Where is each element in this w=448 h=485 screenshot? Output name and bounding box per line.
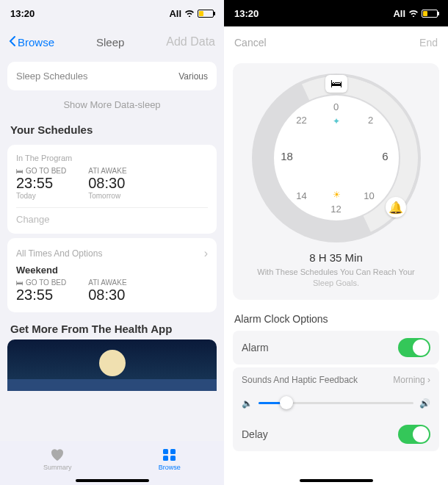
bell-icon: 🔔 xyxy=(389,201,403,215)
alarm-row: Alarm xyxy=(233,331,439,364)
sounds-row[interactable]: Sounds And Haptic Feedback Morning › xyxy=(233,367,439,392)
status-time: 13:20 xyxy=(10,8,35,19)
duration-subtitle: With These Schedules You Can Reach Your … xyxy=(243,267,429,290)
add-data-button[interactable]: Add Data xyxy=(166,35,215,48)
home-indicator[interactable] xyxy=(300,479,373,482)
tab-summary[interactable]: Summary xyxy=(43,448,72,471)
end-button[interactable]: End xyxy=(419,37,438,48)
sleep-clock-ring[interactable]: 0 2 6 10 12 14 18 22 ✦ ☀ 🛏 🔔 xyxy=(252,73,421,242)
moon-icon xyxy=(99,350,126,376)
svg-rect-1 xyxy=(170,449,176,454)
bed-icon: 🛏 xyxy=(16,279,24,287)
speaker-low-icon: 🔈 xyxy=(242,398,253,409)
nav-title: Sleep xyxy=(96,36,124,48)
change-button[interactable]: Change xyxy=(16,207,208,225)
weekend-schedule-card[interactable]: All Times And Options › Weekend 🛏GO TO B… xyxy=(7,238,217,312)
delay-row: Delay xyxy=(233,417,439,451)
volume-slider[interactable] xyxy=(259,402,413,404)
tab-browse[interactable]: Browse xyxy=(159,448,181,471)
clock-card: 0 2 6 10 12 14 18 22 ✦ ☀ 🛏 🔔 8 H 35 Min … xyxy=(233,63,439,300)
alarm-options-title: Alarm Clock Options xyxy=(224,306,448,328)
svg-rect-0 xyxy=(163,449,168,454)
bed-icon: 🛏 xyxy=(330,77,342,90)
grid-icon xyxy=(162,448,178,462)
status-icons: All xyxy=(169,8,214,19)
delay-label: Delay xyxy=(242,428,268,440)
sheet-header: Cancel End xyxy=(224,28,448,57)
back-button[interactable]: Browse xyxy=(9,35,54,49)
all-times-label: All Times And Options xyxy=(16,248,102,259)
alarm-label: Alarm xyxy=(242,342,269,353)
volume-row: 🔈 🔊 xyxy=(233,392,439,417)
night-icon: ✦ xyxy=(333,116,340,126)
sleep-schedules-label: Sleep Schedules xyxy=(16,71,88,82)
program-wake-day: Tomorrow xyxy=(88,192,126,200)
duration-label: 8 H 35 Min xyxy=(243,251,429,264)
program-bed-time: 23:55 xyxy=(16,175,66,192)
wifi-icon xyxy=(408,8,419,19)
chevron-right-icon: › xyxy=(427,375,430,385)
program-schedule-card: In The Program 🛏GO TO BED 23:55 Today AT… xyxy=(7,145,217,234)
carrier-label: All xyxy=(169,8,181,19)
weekend-bed-time: 23:55 xyxy=(16,287,66,303)
program-label: In The Program xyxy=(16,154,208,162)
weekend-wake-time: 08:30 xyxy=(88,287,126,303)
cancel-button[interactable]: Cancel xyxy=(234,37,267,48)
left-screen: 13:20 All Browse Sleep Add Data Sleep Sc… xyxy=(0,0,224,485)
your-schedules-title: Your Schedules xyxy=(0,115,224,140)
sun-icon: ☀ xyxy=(333,190,341,200)
back-label: Browse xyxy=(18,36,54,48)
speaker-high-icon: 🔊 xyxy=(419,398,430,409)
wake-label: ATI AWAKE xyxy=(88,167,126,175)
nav-bar: Browse Sleep Add Data xyxy=(0,26,224,57)
bed-icon: 🛏 xyxy=(16,167,24,175)
status-bar-left: 13:20 All xyxy=(0,0,224,26)
home-indicator[interactable] xyxy=(76,479,149,482)
status-bar-right: 13:20 All xyxy=(224,0,448,26)
sleep-schedules-card[interactable]: Sleep Schedules Various xyxy=(7,62,217,90)
health-promo-image[interactable] xyxy=(7,340,217,391)
svg-rect-3 xyxy=(170,456,176,461)
bedtime-handle[interactable]: 🛏 xyxy=(325,75,347,93)
status-time: 13:20 xyxy=(234,8,259,19)
svg-rect-2 xyxy=(163,456,168,461)
tab-bar: Summary Browse xyxy=(0,441,224,485)
chevron-left-icon xyxy=(9,35,16,49)
wake-label: ATI AWAKE xyxy=(88,279,126,287)
delay-toggle[interactable] xyxy=(398,425,430,444)
right-screen: 13:20 All Cancel End 0 2 6 10 12 14 18 2… xyxy=(224,0,448,485)
health-section-title: Get More From The Health App xyxy=(0,317,224,340)
battery-icon xyxy=(198,10,214,18)
chevron-right-icon: › xyxy=(204,247,208,260)
sleep-schedules-value: Various xyxy=(178,71,208,82)
heart-icon xyxy=(49,448,65,462)
wifi-icon xyxy=(184,8,195,19)
weekend-label: Weekend xyxy=(16,265,208,276)
wake-handle[interactable]: 🔔 xyxy=(386,197,406,218)
carrier-label: All xyxy=(393,8,405,19)
sounds-label: Sounds And Haptic Feedback xyxy=(242,375,358,385)
show-more-link[interactable]: Show More Data-sleep xyxy=(0,95,224,115)
program-bed-day: Today xyxy=(16,192,66,200)
status-icons: All xyxy=(393,8,438,19)
battery-icon xyxy=(422,10,438,18)
program-wake-time: 08:30 xyxy=(88,175,126,192)
alarm-toggle[interactable] xyxy=(398,338,430,357)
